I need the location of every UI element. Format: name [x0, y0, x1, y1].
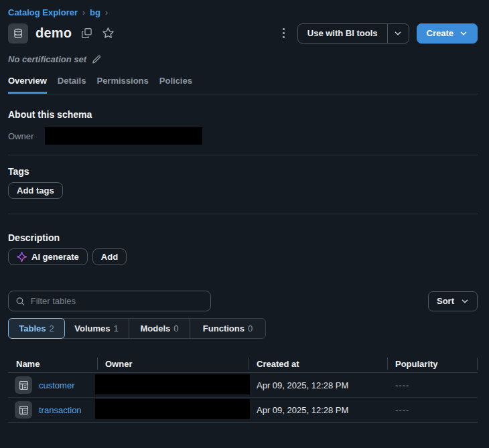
owner-label: Owner: [8, 131, 45, 141]
column-header-created-at[interactable]: Created at: [249, 355, 387, 372]
popularity-cell: ----: [387, 405, 478, 415]
owner-value-redacted: [95, 399, 250, 419]
breadcrumb-separator: ›: [82, 8, 85, 17]
use-with-bi-tools-split-button: Use with BI tools: [297, 23, 409, 44]
asset-type-segments: Tables 2 Volumes 1 Models 0 Functions 0: [8, 318, 266, 339]
tags-heading: Tags: [8, 166, 478, 177]
ai-generate-button[interactable]: AI generate: [8, 248, 88, 265]
breadcrumb: Catalog Explorer › bg ›: [8, 7, 478, 18]
edit-pencil-icon[interactable]: [92, 54, 102, 64]
more-options-kebab-icon[interactable]: [278, 23, 290, 44]
certification-status-text: No certification set: [8, 54, 86, 64]
chevron-down-icon: [461, 297, 469, 305]
search-icon: [15, 296, 25, 307]
filter-row: Sort: [8, 291, 478, 311]
segment-functions[interactable]: Functions 0: [190, 319, 265, 338]
segment-volumes-count: 1: [113, 323, 118, 333]
catalog-explorer-page: Catalog Explorer › bg › demo: [0, 0, 489, 423]
sort-button-label: Sort: [437, 296, 454, 306]
table-row[interactable]: customer Apr 09, 2025, 12:28 PM ----: [8, 373, 478, 398]
owner-value-redacted: [95, 374, 250, 394]
segment-tables-count: 2: [49, 323, 54, 333]
chevron-down-icon: [460, 29, 468, 38]
header-actions: Use with BI tools Create: [278, 23, 478, 44]
table-icon: [15, 376, 32, 394]
ai-sparkle-icon: [17, 252, 27, 262]
use-with-bi-tools-dropdown-button[interactable]: [387, 24, 409, 43]
table-icon: [15, 401, 32, 419]
name-cell: customer: [8, 376, 97, 394]
owner-cell: [97, 374, 249, 396]
segment-models-count: 0: [173, 323, 178, 333]
tab-details[interactable]: Details: [58, 76, 86, 94]
column-header-popularity[interactable]: Popularity: [387, 355, 478, 372]
table-link-customer[interactable]: customer: [39, 380, 74, 390]
copy-name-icon[interactable]: [81, 27, 92, 39]
segment-volumes-label: Volumes: [74, 323, 110, 333]
table-row[interactable]: transaction Apr 09, 2025, 12:28 PM ----: [8, 398, 478, 423]
sort-button[interactable]: Sort: [428, 291, 478, 311]
segment-models[interactable]: Models 0: [129, 319, 190, 338]
tab-bar: Overview Details Permissions Policies: [8, 76, 478, 94]
created-at-cell: Apr 09, 2025, 12:28 PM: [249, 380, 387, 390]
popularity-cell: ----: [387, 380, 478, 390]
column-header-owner[interactable]: Owner: [97, 355, 249, 372]
breadcrumb-catalog-explorer[interactable]: Catalog Explorer: [8, 7, 78, 17]
filter-tables-input[interactable]: [31, 296, 204, 306]
filter-tables-search[interactable]: [8, 291, 211, 311]
table-link-transaction[interactable]: transaction: [39, 405, 82, 415]
create-button-label: Create: [427, 28, 453, 38]
add-tags-button[interactable]: Add tags: [8, 182, 63, 199]
tab-policies[interactable]: Policies: [159, 76, 192, 94]
segment-tables[interactable]: Tables 2: [8, 318, 65, 339]
page-title: demo: [36, 25, 72, 41]
name-cell: transaction: [8, 401, 97, 419]
created-at-cell: Apr 09, 2025, 12:28 PM: [249, 405, 387, 415]
tables-list-header: Name Owner Created at Popularity: [8, 355, 478, 373]
about-schema-heading: About this schema: [8, 109, 478, 120]
owner-row: Owner: [8, 127, 478, 145]
add-description-button[interactable]: Add: [92, 248, 127, 265]
breadcrumb-catalog-bg[interactable]: bg: [90, 7, 100, 17]
column-header-name[interactable]: Name: [8, 355, 97, 372]
use-with-bi-tools-button[interactable]: Use with BI tools: [298, 24, 387, 43]
tab-overview[interactable]: Overview: [8, 76, 47, 94]
owner-cell: [97, 399, 249, 421]
section-divider: [8, 155, 478, 155]
segment-functions-label: Functions: [203, 323, 244, 333]
owner-value-redacted: [45, 127, 202, 145]
segment-functions-count: 0: [248, 323, 253, 333]
segment-models-label: Models: [140, 323, 170, 333]
description-actions: AI generate Add: [8, 248, 478, 265]
title-row: demo Use with BI tools Create: [8, 23, 478, 44]
schema-icon: [8, 23, 28, 44]
favorite-star-icon[interactable]: [102, 27, 115, 40]
tables-list: Name Owner Created at Popularity custome…: [8, 355, 478, 423]
segment-volumes[interactable]: Volumes 1: [64, 319, 129, 338]
tags-actions: Add tags: [8, 182, 478, 199]
tab-permissions[interactable]: Permissions: [96, 76, 148, 94]
certification-status: No certification set: [8, 54, 478, 65]
segment-tables-label: Tables: [19, 323, 46, 333]
breadcrumb-separator: ›: [105, 8, 108, 17]
create-button[interactable]: Create: [417, 23, 478, 44]
ai-generate-label: AI generate: [31, 252, 79, 262]
description-heading: Description: [8, 232, 478, 243]
section-divider: [8, 214, 478, 214]
